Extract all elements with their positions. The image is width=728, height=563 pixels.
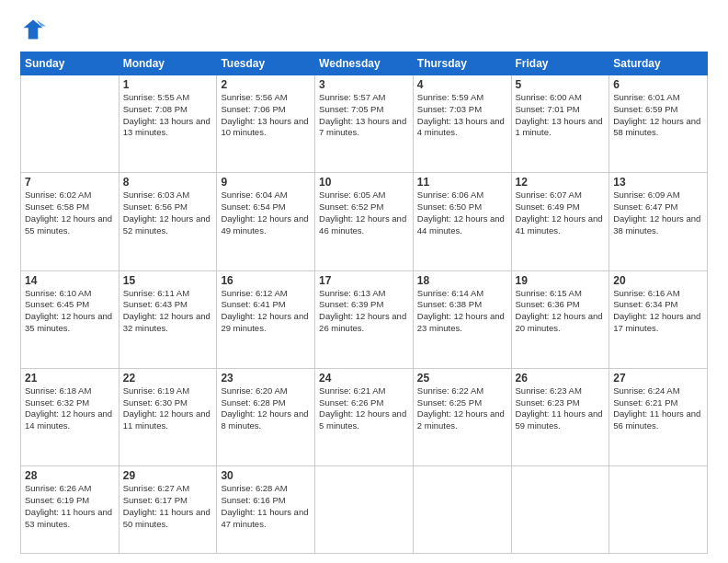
weekday-header-friday: Friday bbox=[511, 52, 609, 75]
logo bbox=[20, 17, 50, 42]
day-info: Sunrise: 6:04 AMSunset: 6:54 PMDaylight:… bbox=[221, 190, 311, 236]
calendar-cell: 1Sunrise: 5:55 AMSunset: 7:08 PMDaylight… bbox=[119, 75, 217, 173]
calendar-cell bbox=[413, 466, 511, 554]
day-info: Sunrise: 5:56 AMSunset: 7:06 PMDaylight:… bbox=[221, 92, 311, 139]
week-row-3: 14Sunrise: 6:10 AMSunset: 6:45 PMDayligh… bbox=[21, 270, 708, 368]
day-number: 8 bbox=[123, 176, 213, 189]
day-number: 7 bbox=[25, 176, 115, 189]
day-info: Sunrise: 6:05 AMSunset: 6:52 PMDaylight:… bbox=[319, 190, 409, 236]
calendar-cell bbox=[511, 466, 609, 554]
day-info: Sunrise: 5:57 AMSunset: 7:05 PMDaylight:… bbox=[319, 92, 409, 139]
day-info: Sunrise: 6:18 AMSunset: 6:32 PMDaylight:… bbox=[25, 385, 115, 432]
day-info: Sunrise: 6:16 AMSunset: 6:34 PMDaylight:… bbox=[613, 288, 703, 335]
day-number: 22 bbox=[123, 372, 213, 385]
day-number: 14 bbox=[25, 274, 115, 287]
day-info: Sunrise: 5:59 AMSunset: 7:03 PMDaylight:… bbox=[417, 92, 507, 139]
week-row-5: 28Sunrise: 6:26 AMSunset: 6:19 PMDayligh… bbox=[21, 466, 708, 554]
calendar-cell: 18Sunrise: 6:14 AMSunset: 6:38 PMDayligh… bbox=[413, 270, 511, 368]
calendar-cell: 4Sunrise: 5:59 AMSunset: 7:03 PMDaylight… bbox=[413, 75, 511, 173]
day-number: 12 bbox=[516, 176, 606, 189]
day-number: 2 bbox=[221, 78, 311, 91]
day-number: 17 bbox=[319, 274, 409, 287]
calendar-cell: 29Sunrise: 6:27 AMSunset: 6:17 PMDayligh… bbox=[119, 466, 217, 554]
header bbox=[20, 17, 708, 42]
day-info: Sunrise: 6:03 AMSunset: 6:56 PMDaylight:… bbox=[123, 190, 213, 236]
calendar-cell: 26Sunrise: 6:23 AMSunset: 6:23 PMDayligh… bbox=[511, 368, 609, 465]
day-number: 25 bbox=[417, 372, 507, 385]
day-number: 28 bbox=[25, 469, 115, 482]
day-number: 5 bbox=[516, 78, 606, 91]
weekday-header-tuesday: Tuesday bbox=[217, 52, 315, 75]
calendar-cell: 22Sunrise: 6:19 AMSunset: 6:30 PMDayligh… bbox=[119, 368, 217, 465]
day-info: Sunrise: 6:12 AMSunset: 6:41 PMDaylight:… bbox=[221, 288, 311, 335]
calendar-cell: 5Sunrise: 6:00 AMSunset: 7:01 PMDaylight… bbox=[511, 75, 609, 173]
calendar-cell bbox=[21, 75, 119, 173]
day-number: 3 bbox=[319, 78, 409, 91]
day-number: 9 bbox=[221, 176, 311, 189]
day-info: Sunrise: 6:24 AMSunset: 6:21 PMDaylight:… bbox=[613, 385, 703, 432]
calendar-cell: 2Sunrise: 5:56 AMSunset: 7:06 PMDaylight… bbox=[217, 75, 315, 173]
calendar-cell: 23Sunrise: 6:20 AMSunset: 6:28 PMDayligh… bbox=[217, 368, 315, 465]
logo-icon bbox=[20, 17, 46, 42]
calendar-cell: 30Sunrise: 6:28 AMSunset: 6:16 PMDayligh… bbox=[217, 466, 315, 554]
day-info: Sunrise: 5:55 AMSunset: 7:08 PMDaylight:… bbox=[123, 92, 213, 139]
day-info: Sunrise: 6:22 AMSunset: 6:25 PMDaylight:… bbox=[417, 385, 507, 432]
calendar-cell: 11Sunrise: 6:06 AMSunset: 6:50 PMDayligh… bbox=[413, 173, 511, 270]
calendar-cell: 28Sunrise: 6:26 AMSunset: 6:19 PMDayligh… bbox=[21, 466, 119, 554]
day-number: 16 bbox=[221, 274, 311, 287]
day-number: 11 bbox=[417, 176, 507, 189]
calendar-cell: 25Sunrise: 6:22 AMSunset: 6:25 PMDayligh… bbox=[413, 368, 511, 465]
day-info: Sunrise: 6:07 AMSunset: 6:49 PMDaylight:… bbox=[516, 190, 606, 236]
day-info: Sunrise: 6:06 AMSunset: 6:50 PMDaylight:… bbox=[417, 190, 507, 236]
day-info: Sunrise: 6:10 AMSunset: 6:45 PMDaylight:… bbox=[25, 288, 115, 335]
day-number: 10 bbox=[319, 176, 409, 189]
day-number: 23 bbox=[221, 372, 311, 385]
page: SundayMondayTuesdayWednesdayThursdayFrid… bbox=[0, 0, 728, 563]
calendar-cell: 8Sunrise: 6:03 AMSunset: 6:56 PMDaylight… bbox=[119, 173, 217, 270]
day-number: 18 bbox=[417, 274, 507, 287]
day-info: Sunrise: 6:13 AMSunset: 6:39 PMDaylight:… bbox=[319, 288, 409, 335]
calendar-cell: 12Sunrise: 6:07 AMSunset: 6:49 PMDayligh… bbox=[511, 173, 609, 270]
weekday-header-sunday: Sunday bbox=[21, 52, 119, 75]
calendar-cell: 16Sunrise: 6:12 AMSunset: 6:41 PMDayligh… bbox=[217, 270, 315, 368]
calendar-cell: 19Sunrise: 6:15 AMSunset: 6:36 PMDayligh… bbox=[511, 270, 609, 368]
calendar-cell: 3Sunrise: 5:57 AMSunset: 7:05 PMDaylight… bbox=[315, 75, 414, 173]
calendar-cell: 9Sunrise: 6:04 AMSunset: 6:54 PMDaylight… bbox=[217, 173, 315, 270]
calendar-cell: 10Sunrise: 6:05 AMSunset: 6:52 PMDayligh… bbox=[315, 173, 414, 270]
week-row-1: 1Sunrise: 5:55 AMSunset: 7:08 PMDaylight… bbox=[21, 75, 708, 173]
day-info: Sunrise: 6:23 AMSunset: 6:23 PMDaylight:… bbox=[516, 385, 606, 432]
calendar-cell: 20Sunrise: 6:16 AMSunset: 6:34 PMDayligh… bbox=[609, 270, 708, 368]
day-info: Sunrise: 6:15 AMSunset: 6:36 PMDaylight:… bbox=[516, 288, 606, 335]
day-info: Sunrise: 6:19 AMSunset: 6:30 PMDaylight:… bbox=[123, 385, 213, 432]
day-number: 6 bbox=[613, 78, 703, 91]
day-number: 30 bbox=[221, 469, 311, 482]
week-row-2: 7Sunrise: 6:02 AMSunset: 6:58 PMDaylight… bbox=[21, 173, 708, 270]
weekday-header-thursday: Thursday bbox=[413, 52, 511, 75]
weekday-header-wednesday: Wednesday bbox=[315, 52, 414, 75]
weekday-header-row: SundayMondayTuesdayWednesdayThursdayFrid… bbox=[21, 52, 708, 75]
day-number: 19 bbox=[516, 274, 606, 287]
calendar-cell: 15Sunrise: 6:11 AMSunset: 6:43 PMDayligh… bbox=[119, 270, 217, 368]
weekday-header-saturday: Saturday bbox=[609, 52, 708, 75]
day-number: 13 bbox=[613, 176, 703, 189]
calendar-cell bbox=[315, 466, 414, 554]
calendar-cell: 27Sunrise: 6:24 AMSunset: 6:21 PMDayligh… bbox=[609, 368, 708, 465]
weekday-header-monday: Monday bbox=[119, 52, 217, 75]
calendar-cell: 17Sunrise: 6:13 AMSunset: 6:39 PMDayligh… bbox=[315, 270, 414, 368]
calendar-cell: 6Sunrise: 6:01 AMSunset: 6:59 PMDaylight… bbox=[609, 75, 708, 173]
day-info: Sunrise: 6:00 AMSunset: 7:01 PMDaylight:… bbox=[516, 92, 606, 139]
week-row-4: 21Sunrise: 6:18 AMSunset: 6:32 PMDayligh… bbox=[21, 368, 708, 465]
day-info: Sunrise: 6:09 AMSunset: 6:47 PMDaylight:… bbox=[613, 190, 703, 236]
day-info: Sunrise: 6:28 AMSunset: 6:16 PMDaylight:… bbox=[221, 483, 311, 530]
day-number: 27 bbox=[613, 372, 703, 385]
day-number: 4 bbox=[417, 78, 507, 91]
day-number: 21 bbox=[25, 372, 115, 385]
calendar-cell: 21Sunrise: 6:18 AMSunset: 6:32 PMDayligh… bbox=[21, 368, 119, 465]
day-info: Sunrise: 6:11 AMSunset: 6:43 PMDaylight:… bbox=[123, 288, 213, 335]
day-number: 20 bbox=[613, 274, 703, 287]
day-info: Sunrise: 6:27 AMSunset: 6:17 PMDaylight:… bbox=[123, 483, 213, 530]
calendar-cell: 14Sunrise: 6:10 AMSunset: 6:45 PMDayligh… bbox=[21, 270, 119, 368]
day-number: 29 bbox=[123, 469, 213, 482]
day-number: 24 bbox=[319, 372, 409, 385]
calendar-table: SundayMondayTuesdayWednesdayThursdayFrid… bbox=[20, 52, 708, 554]
